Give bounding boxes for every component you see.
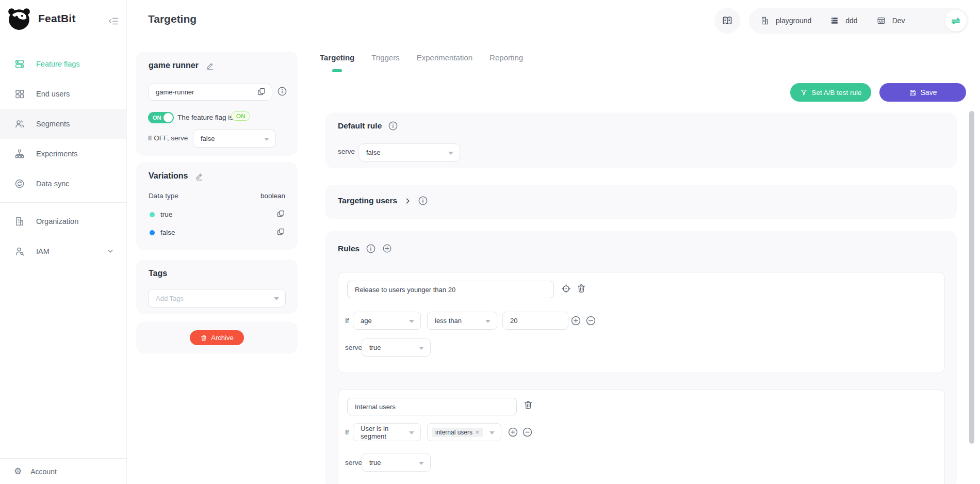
caret-down-icon [409,431,414,434]
environment-selector[interactable]: Dev [876,16,905,25]
delete-rule-icon[interactable] [576,283,586,294]
copy-variation-true-icon[interactable] [276,209,285,218]
project-selector[interactable]: playground [760,16,811,25]
featbit-app: FeatBit Feature flags [0,0,980,484]
save-icon [909,89,917,96]
segment-chip: internal users × [432,428,483,437]
chevron-right-icon[interactable] [404,197,412,205]
save-button[interactable]: Save [879,83,966,102]
sidebar-item-iam[interactable]: IAM [0,236,126,266]
copy-flag-key-icon[interactable] [257,87,266,96]
sidebar-item-data-sync[interactable]: Data sync [0,169,126,199]
sidebar: FeatBit Feature flags [0,0,127,484]
sidebar-item-label: IAM [36,247,50,255]
end-users-icon [14,89,25,99]
remove-condition-icon[interactable] [522,427,533,438]
default-rule-info-icon[interactable] [388,121,398,131]
sidebar-item-end-users[interactable]: End users [0,79,126,109]
sidebar-nav: Feature flags End users [0,49,126,266]
rules-card: Rules If [325,231,957,484]
off-serve-select[interactable]: false [193,130,276,148]
sidebar-collapse-icon[interactable] [108,16,119,26]
iam-icon [14,246,25,256]
building-icon [760,16,770,25]
variation-true-dot [150,212,155,217]
sidebar-item-experiments[interactable]: Experiments [0,139,126,169]
funnel-icon [800,89,808,96]
featbit-logo: FeatBit [6,6,76,31]
variation-false-label: false [160,229,175,236]
default-serve-select[interactable]: false [358,143,460,162]
app-name: FeatBit [38,12,76,25]
archive-card: Archive [136,321,298,353]
remove-condition-icon[interactable] [585,315,596,326]
edit-variations-icon[interactable] [195,172,204,181]
vertical-scrollbar[interactable] [969,111,974,444]
tab-targeting[interactable]: Targeting [320,53,354,62]
rule-value-input[interactable] [502,312,568,330]
tab-triggers[interactable]: Triggers [371,53,399,62]
sidebar-item-feature-flags[interactable]: Feature flags [0,49,126,79]
add-rule-icon[interactable] [382,244,392,253]
rule-serve-select[interactable]: true [362,338,431,357]
rule-property-value: age [361,317,372,325]
sidebar-item-organization[interactable]: Organization [0,206,126,236]
target-rule-icon[interactable] [561,283,571,294]
set-ab-test-rule-button[interactable]: Set A/B test rule [790,83,871,102]
sidebar-item-label: End users [36,90,70,98]
rule-serve-select[interactable]: true [362,454,431,472]
data-type-value: boolean [260,192,285,200]
sidebar-item-segments[interactable]: Segments [0,109,126,139]
rule-serve-value: true [369,344,381,351]
workspace-selector[interactable]: ddd [830,16,857,25]
add-condition-icon[interactable] [508,427,518,438]
edit-flag-name-icon[interactable] [206,61,215,70]
toggle-state-label: ON [153,115,161,121]
remove-segment-icon[interactable]: × [476,429,479,436]
caret-down-icon [274,297,279,300]
flag-key-info-icon[interactable] [277,87,287,96]
copy-variation-false-icon[interactable] [276,228,285,236]
organization-icon [14,216,25,227]
gear-icon: ⚙ [14,467,22,476]
add-tags-select[interactable]: Add Tags [148,289,286,308]
switch-environment-button[interactable]: ⇌ [945,10,967,31]
variations-title: Variations [149,171,188,181]
if-label: If [345,317,349,325]
caret-down-icon [419,347,424,350]
tab-experimentation[interactable]: Experimentation [417,53,472,62]
project-name: playground [776,17,811,25]
add-condition-icon[interactable] [570,315,581,326]
rule-name-input[interactable] [347,281,554,298]
data-type-label: Data type [149,192,178,200]
experiments-icon [14,149,25,159]
account-label: Account [30,467,57,476]
flag-key-input[interactable] [148,84,272,101]
stack-icon [830,16,839,25]
rules-title: Rules [338,244,360,253]
sidebar-divider [0,202,126,203]
variation-true-label: true [160,211,172,218]
caret-down-icon [489,431,495,434]
rule-card: If age less than serve true [338,272,945,373]
sidebar-item-label: Feature flags [36,60,80,68]
rule-segment-select[interactable]: internal users × [427,423,501,441]
rules-info-icon[interactable] [366,244,375,253]
targeting-users-info-icon[interactable] [418,196,428,205]
caret-down-icon [419,462,424,465]
rule-name-input[interactable] [347,398,517,415]
archive-button[interactable]: Archive [190,330,244,345]
rule-property-select[interactable]: age [353,312,421,330]
page-title: Targeting [148,13,197,25]
rule-operator-select[interactable]: less than [427,312,497,330]
sidebar-item-account[interactable]: ⚙ Account [0,458,127,484]
serve-label: serve [345,344,362,351]
documentation-button[interactable] [714,8,740,34]
environment-name: Dev [892,17,905,25]
delete-rule-icon[interactable] [523,400,533,410]
segment-chip-label: internal users [435,429,472,436]
tab-reporting[interactable]: Reporting [489,53,523,62]
rule-property-select[interactable]: User is in segment [353,423,421,441]
flag-enabled-toggle[interactable]: ON [148,112,174,123]
caret-down-icon [409,320,414,323]
